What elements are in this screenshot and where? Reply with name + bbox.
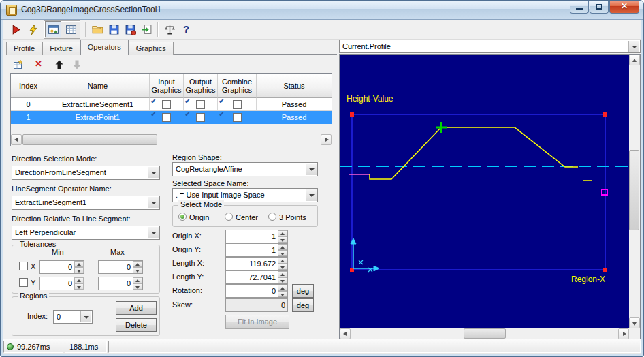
scroll-right-button[interactable] — [618, 328, 629, 339]
region-index-combo[interactable]: 0 — [53, 310, 93, 324]
rotation-input[interactable] — [226, 285, 278, 297]
spin-down-icon[interactable] — [278, 250, 287, 256]
table-row[interactable]: 0 ExtractLineSegment1 Passed — [11, 98, 332, 111]
run-tool-button[interactable] — [7, 21, 24, 37]
tolerance-x-min-field[interactable] — [39, 260, 84, 274]
spin-up-icon[interactable] — [74, 261, 84, 267]
chevron-down-icon[interactable] — [148, 227, 159, 238]
input-graphics-checkbox[interactable] — [162, 113, 171, 122]
display-image-button[interactable] — [45, 21, 61, 37]
spin-down-icon[interactable] — [278, 264, 287, 270]
fit-in-image-button[interactable]: Fit In Image — [225, 315, 289, 329]
scroll-left-button[interactable] — [340, 328, 351, 339]
tolerance-y-max-field[interactable] — [98, 277, 143, 290]
tolerance-y-max-input[interactable] — [99, 277, 133, 290]
spin-down-icon[interactable] — [74, 267, 84, 273]
chevron-down-icon[interactable] — [148, 167, 159, 178]
origin-y-input[interactable] — [226, 244, 278, 256]
combine-graphics-checkbox[interactable] — [233, 100, 242, 109]
output-graphics-checkbox[interactable] — [196, 100, 205, 109]
open-file-button[interactable] — [89, 21, 106, 37]
edge-handle[interactable] — [602, 189, 607, 195]
rotation-field[interactable] — [225, 284, 288, 298]
spin-up-icon[interactable] — [278, 244, 287, 250]
tab-fixture[interactable]: Fixture — [42, 42, 80, 55]
direction-relative-combo[interactable]: Left Perpendicular — [12, 226, 160, 240]
spin-down-icon[interactable] — [74, 283, 84, 290]
scroll-left-button[interactable] — [11, 134, 22, 145]
spin-up-icon[interactable] — [133, 277, 142, 283]
balance-units-button[interactable] — [161, 21, 178, 37]
help-button[interactable] — [178, 21, 194, 37]
chevron-down-icon[interactable] — [306, 189, 317, 201]
corner-handle[interactable] — [603, 112, 607, 117]
profile-display-canvas[interactable]: Height-Value Region-X — [340, 55, 629, 328]
scroll-right-button[interactable] — [321, 134, 332, 145]
chevron-down-icon[interactable] — [80, 311, 91, 322]
save-image-button[interactable] — [122, 21, 138, 37]
electric-run-button[interactable] — [25, 21, 42, 37]
spin-up-icon[interactable] — [74, 277, 84, 283]
linesegment-operator-name-combo[interactable]: ExtractLineSegment1 — [12, 196, 160, 210]
skew-deg-button[interactable]: deg — [292, 298, 314, 312]
output-graphics-checkbox[interactable] — [196, 113, 205, 122]
spin-up-icon[interactable] — [278, 230, 287, 236]
table-horizontal-scrollbar[interactable] — [11, 134, 332, 146]
maximize-button[interactable] — [590, 1, 609, 14]
display-vertical-scrollbar[interactable] — [629, 55, 640, 328]
scrollbar-thumb[interactable] — [22, 134, 157, 145]
titlebar[interactable]: Cog3DRangeImageCrossSectionTool1 ✕ — [1, 1, 643, 20]
spin-up-icon[interactable] — [278, 258, 287, 264]
tolerance-x-max-input[interactable] — [99, 261, 133, 273]
display-source-combo[interactable]: Current.Profile — [339, 40, 641, 53]
move-operator-up-button[interactable] — [51, 57, 66, 72]
delete-operator-button[interactable] — [31, 57, 46, 72]
table-row[interactable]: 1 ExtractPoint1 Passed — [11, 111, 332, 124]
spin-up-icon[interactable] — [278, 285, 287, 291]
spin-down-icon[interactable] — [278, 291, 287, 297]
tab-operators[interactable]: Operators — [80, 40, 129, 55]
three-points-radio[interactable] — [268, 213, 276, 221]
origin-y-field[interactable] — [225, 243, 288, 257]
save-button[interactable] — [106, 21, 122, 37]
origin-x-field[interactable] — [225, 230, 288, 243]
spin-down-icon[interactable] — [278, 277, 287, 283]
center-radio[interactable] — [225, 213, 233, 221]
move-operator-down-button[interactable] — [69, 57, 84, 72]
tab-graphics[interactable]: Graphics — [129, 42, 174, 55]
tolerance-y-checkbox[interactable] — [19, 278, 28, 287]
length-x-field[interactable] — [225, 257, 288, 270]
close-button[interactable]: ✕ — [609, 1, 639, 14]
display-horizontal-scrollbar[interactable] — [340, 328, 629, 339]
combine-graphics-checkbox[interactable] — [233, 113, 242, 122]
spin-down-icon[interactable] — [133, 267, 142, 273]
scrollbar-thumb[interactable] — [629, 150, 639, 230]
chevron-down-icon[interactable] — [148, 197, 159, 208]
origin-radio[interactable] — [178, 213, 187, 221]
spin-down-icon[interactable] — [278, 236, 287, 243]
length-x-input[interactable] — [226, 258, 278, 270]
spin-up-icon[interactable] — [278, 271, 287, 277]
scrollbar-thumb[interactable] — [464, 328, 506, 339]
tolerance-y-min-field[interactable] — [39, 277, 84, 290]
rotation-deg-button[interactable]: deg — [292, 284, 314, 298]
corner-handle[interactable] — [350, 112, 354, 117]
display-grid-button[interactable] — [63, 21, 79, 37]
spin-down-icon[interactable] — [133, 283, 142, 290]
direction-selection-mode-combo[interactable]: DirectionFromLineSegment — [12, 166, 160, 180]
tolerance-y-min-input[interactable] — [40, 277, 74, 290]
origin-x-input[interactable] — [226, 230, 278, 243]
scroll-up-button[interactable] — [629, 55, 640, 65]
length-y-input[interactable] — [226, 271, 278, 283]
add-region-button[interactable]: Add — [116, 301, 157, 315]
input-graphics-checkbox[interactable] — [162, 100, 171, 109]
chevron-down-icon[interactable] — [628, 41, 639, 52]
chevron-down-icon[interactable] — [306, 164, 317, 175]
spin-up-icon[interactable] — [133, 261, 142, 267]
region-rectangle[interactable] — [352, 114, 605, 270]
region-shape-combo[interactable]: CogRectangleAffine — [172, 162, 318, 176]
tolerance-x-checkbox[interactable] — [19, 262, 28, 270]
corner-handle[interactable] — [603, 268, 607, 272]
scroll-down-button[interactable] — [629, 317, 640, 328]
minimize-button[interactable] — [570, 1, 589, 14]
